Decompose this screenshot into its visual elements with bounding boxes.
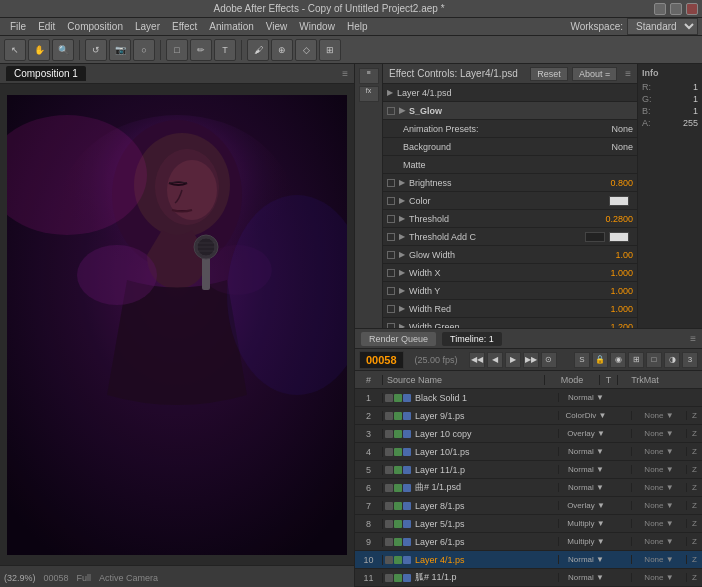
param-threshold-add[interactable]: ▶ Threshold Add C (383, 228, 637, 246)
layer-z-5[interactable]: Z (686, 465, 702, 474)
menu-composition[interactable]: Composition (61, 21, 129, 32)
layer-icon-audio-6[interactable] (403, 484, 411, 492)
param-threshold[interactable]: ▶ Threshold 0.2800 (383, 210, 637, 228)
layer-icon-audio-8[interactable] (403, 520, 411, 528)
layer-icon-vis-9[interactable] (394, 538, 402, 546)
layer-list[interactable]: # Source Name Mode T TrkMat 1 Black Soli (355, 371, 702, 587)
layer-icon-solo-10[interactable] (385, 556, 393, 564)
layer-trk-8[interactable]: None ▼ (631, 519, 686, 528)
layer-z-4[interactable]: Z (686, 447, 702, 456)
render-queue-tab[interactable]: Render Queue (361, 332, 436, 346)
preset-btn-1[interactable]: ≡ (359, 68, 379, 84)
color-toggle[interactable] (387, 197, 395, 205)
width-y-toggle[interactable] (387, 287, 395, 295)
brightness-toggle[interactable] (387, 179, 395, 187)
layer-mode-3[interactable]: Overlay ▼ (558, 429, 613, 438)
text-tool[interactable]: T (214, 39, 236, 61)
layer-trk-3[interactable]: None ▼ (631, 429, 686, 438)
layer-z-11[interactable]: Z (686, 573, 702, 582)
layer-icon-audio-1[interactable] (403, 394, 411, 402)
layer-icon-solo-11[interactable] (385, 574, 393, 582)
color-swatch[interactable] (609, 196, 629, 206)
param-width-green[interactable]: ▶ Width Green 1.200 (383, 318, 637, 328)
width-red-toggle[interactable] (387, 305, 395, 313)
layer-icon-vis-6[interactable] (394, 484, 402, 492)
layer-z-6[interactable]: Z (686, 483, 702, 492)
layer-row-1[interactable]: 1 Black Solid 1 Normal ▼ (355, 389, 702, 407)
layer-row-4[interactable]: 4 Layer 10/1.ps Normal ▼ None ▼ Z (355, 443, 702, 461)
glow-width-toggle[interactable] (387, 251, 395, 259)
layer-icon-audio-2[interactable] (403, 412, 411, 420)
select-tool[interactable]: ↖ (4, 39, 26, 61)
orbit-tool[interactable]: ○ (133, 39, 155, 61)
pen-tool[interactable]: ✏ (190, 39, 212, 61)
layer-icon-audio-7[interactable] (403, 502, 411, 510)
layer-trk-5[interactable]: None ▼ (631, 465, 686, 474)
layer-icon-audio-9[interactable] (403, 538, 411, 546)
layer-icon-solo-1[interactable] (385, 394, 393, 402)
layer-icon-vis-10[interactable] (394, 556, 402, 564)
puppet-tool[interactable]: ⊞ (319, 39, 341, 61)
layer-trk-9[interactable]: None ▼ (631, 537, 686, 546)
zoom-tool[interactable]: 🔍 (52, 39, 74, 61)
tl-frames[interactable]: □ (646, 352, 662, 368)
menu-animation[interactable]: Animation (203, 21, 259, 32)
layer-mode-9[interactable]: Multiply ▼ (558, 537, 613, 546)
param-width-red[interactable]: ▶ Width Red 1.000 (383, 300, 637, 318)
tl-motion-blur[interactable]: ◑ (664, 352, 680, 368)
layer-z-10[interactable]: Z (686, 555, 702, 564)
stamp-tool[interactable]: ⊕ (271, 39, 293, 61)
layer-row-6[interactable]: 6 曲# 1/1.psd Normal ▼ None ▼ Z (355, 479, 702, 497)
layer-z-9[interactable]: Z (686, 537, 702, 546)
layer-icon-solo-6[interactable] (385, 484, 393, 492)
layer-mode-11[interactable]: Normal ▼ (558, 573, 613, 582)
width-x-toggle[interactable] (387, 269, 395, 277)
rotation-tool[interactable]: ↺ (85, 39, 107, 61)
param-color[interactable]: ▶ Color (383, 192, 637, 210)
param-brightness[interactable]: ▶ Brightness 0.800 (383, 174, 637, 192)
layer-mode-5[interactable]: Normal ▼ (558, 465, 613, 474)
layer-icon-audio-11[interactable] (403, 574, 411, 582)
layer-mode-2[interactable]: ColorDiv ▼ (558, 411, 613, 420)
effects-panel-menu[interactable]: ≡ (625, 68, 631, 79)
close-button[interactable] (686, 3, 698, 15)
layer-z-7[interactable]: Z (686, 501, 702, 510)
maximize-button[interactable] (670, 3, 682, 15)
menu-file[interactable]: File (4, 21, 32, 32)
comp-tab[interactable]: Composition 1 (6, 66, 86, 81)
menu-edit[interactable]: Edit (32, 21, 61, 32)
layer-icon-solo-3[interactable] (385, 430, 393, 438)
layer-mode-6[interactable]: Normal ▼ (558, 483, 613, 492)
sglow-toggle[interactable] (387, 107, 395, 115)
layer-row-7[interactable]: 7 Layer 8/1.ps Overlay ▼ None ▼ Z (355, 497, 702, 515)
layer-icon-vis-8[interactable] (394, 520, 402, 528)
layer-z-2[interactable]: Z (686, 411, 702, 420)
layer-icon-vis-11[interactable] (394, 574, 402, 582)
layer-icon-solo-9[interactable] (385, 538, 393, 546)
layer-z-3[interactable]: Z (686, 429, 702, 438)
tl-3d[interactable]: 3 (682, 352, 698, 368)
tl-shy[interactable]: ◉ (610, 352, 626, 368)
tl-btn-next[interactable]: ▶▶ (523, 352, 539, 368)
layer-mode-7[interactable]: Overlay ▼ (558, 501, 613, 510)
layer-icon-solo-7[interactable] (385, 502, 393, 510)
layer-row-8[interactable]: 8 Layer 5/1.ps Multiply ▼ None ▼ Z (355, 515, 702, 533)
mask-tool[interactable]: □ (166, 39, 188, 61)
layer-trk-2[interactable]: None ▼ (631, 411, 686, 420)
layer-icon-solo-8[interactable] (385, 520, 393, 528)
threshold-add-toggle[interactable] (387, 233, 395, 241)
param-glow-width[interactable]: ▶ Glow Width 1.00 (383, 246, 637, 264)
layer-icon-vis-2[interactable] (394, 412, 402, 420)
threshold-swatch[interactable] (585, 232, 605, 242)
timeline-tab[interactable]: Timeline: 1 (442, 332, 502, 346)
tl-btn-back[interactable]: ◀◀ (469, 352, 485, 368)
camera-tool[interactable]: 📷 (109, 39, 131, 61)
reset-button[interactable]: Reset (530, 67, 568, 81)
layer-icon-audio-4[interactable] (403, 448, 411, 456)
about-button[interactable]: About = (572, 67, 617, 81)
layer-row-5[interactable]: 5 Layer 11/1.p Normal ▼ None ▼ Z (355, 461, 702, 479)
layer-trk-4[interactable]: None ▼ (631, 447, 686, 456)
eraser-tool[interactable]: ◇ (295, 39, 317, 61)
layer-icon-solo-2[interactable] (385, 412, 393, 420)
menu-view[interactable]: View (260, 21, 294, 32)
